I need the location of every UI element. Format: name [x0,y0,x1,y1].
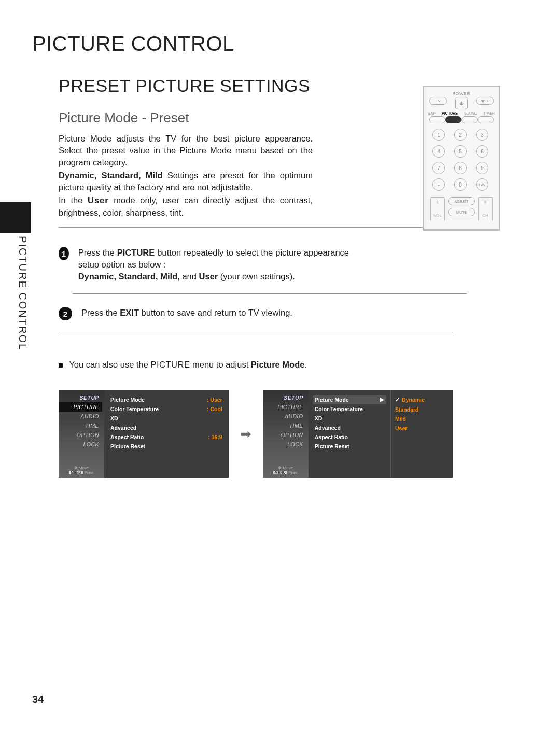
osd-illustrations: SETUP PICTURE AUDIO TIME OPTION LOCK ✥ M… [59,390,453,478]
remote-ch-label: CH [479,213,492,218]
intro-p1: Picture Mode adjusts the TV for the best… [59,134,313,167]
page-number: 34 [32,694,44,706]
remote-sound-button[interactable] [461,116,478,123]
osd-left: SETUP PICTURE AUDIO TIME OPTION LOCK ✥ M… [59,390,229,478]
osd-item-label: Picture Reset [315,443,349,449]
osd-item-label: Color Temperature [110,406,159,412]
osd-left-main: Picture Mode: User Color Temperature: Co… [104,390,229,478]
osd-tab-picture[interactable]: PICTURE [263,402,306,412]
osd-tab-picture[interactable]: PICTURE [59,402,102,412]
osd-item-label: Picture Reset [110,443,145,449]
remote-num-1[interactable]: 1 [432,129,445,141]
remote-adjust-button[interactable]: ADJUST [448,197,475,205]
chevron-right-icon: ▶ [380,397,384,403]
osd-right: SETUP PICTURE AUDIO TIME OPTION LOCK ✥ M… [263,390,453,478]
remote-tv-button[interactable]: TV [429,97,447,105]
tip-c: menu to adjust [190,360,250,369]
osd-item-value: : Cool [204,406,222,412]
osd-item-value: : User [204,397,222,403]
remote-num-5[interactable]: 5 [454,145,467,158]
osd-menu-badge: MENU [69,471,83,474]
osd-item-value [219,425,222,431]
bullet-icon [59,363,63,368]
remote-illustration: POWER TV ⏻ INPUT SAP PICTURE SOUND TIMER… [423,86,500,231]
osd-tab-lock[interactable]: LOCK [59,440,102,449]
step-1: 1 Press the PICTURE button repeatedly to… [59,247,349,283]
divider-dotted [73,293,467,294]
intro-p3a: In the [59,195,88,205]
remote-picture-button[interactable] [445,116,461,123]
osd-item-label: XD [110,415,118,421]
osd-tab-audio[interactable]: AUDIO [59,412,102,421]
osd-tab-option[interactable]: OPTION [59,430,102,440]
step1-line1a: Press the [78,248,117,257]
side-section-label: PICTURE CONTROL [17,236,29,350]
osd-item-label: Picture Mode [110,397,145,403]
remote-sap-label: SAP [428,111,436,115]
remote-num-2[interactable]: 2 [454,129,467,141]
page-title: PICTURE CONTROL [32,32,234,55]
osd-item-label: Picture Mode [315,397,349,403]
divider [59,332,453,332]
remote-vol-label: VOL [431,213,444,218]
osd-item-label: Color Temperature [315,406,363,412]
tip-line: You can also use the PICTURE menu to adj… [59,360,307,370]
section-title: PRESET PICTURE SETTINGS [59,76,310,96]
step-badge-1: 1 [59,247,69,260]
osd-options-panel: ✓Dynamic Standard Mild User [390,390,453,478]
plus-icon: + [479,199,492,206]
subsection-title: Picture Mode - Preset [59,110,189,126]
arrow-right-icon: ➡ [240,426,251,442]
page-margin-tab [0,202,31,233]
osd-item-label: Aspect Ratio [315,434,348,440]
remote-ch-rocker[interactable]: + CH [478,197,493,221]
osd-option[interactable]: Dynamic [402,397,425,403]
osd-option[interactable]: Mild [395,416,406,422]
osd-option[interactable]: Standard [395,406,419,413]
remote-mute-button[interactable]: MUTE [448,208,475,216]
remote-num-6[interactable]: 6 [476,145,488,158]
remote-num-8[interactable]: 8 [454,162,467,174]
osd-left-tabs: SETUP PICTURE AUDIO TIME OPTION LOCK ✥ M… [59,390,104,478]
remote-sound-label: SOUND [464,111,477,115]
osd-right-tabs: SETUP PICTURE AUDIO TIME OPTION LOCK ✥ M… [263,390,309,478]
remote-power-button[interactable]: ⏻ [455,97,468,109]
osd-move-hint: Move [79,466,89,470]
osd-tab-time[interactable]: TIME [263,421,306,430]
osd-tab-audio[interactable]: AUDIO [263,412,306,421]
osd-menu-badge: MENU [273,471,287,474]
remote-fav-button[interactable]: FAV [476,178,488,191]
check-icon: ✓ [395,397,400,403]
plus-icon: + [431,199,444,206]
remote-num-7[interactable]: 7 [432,162,445,174]
osd-tab-option[interactable]: OPTION [263,430,306,440]
remote-num-4[interactable]: 4 [432,145,445,158]
remote-timer-button[interactable] [478,116,494,123]
remote-input-button[interactable]: INPUT [476,97,494,105]
osd-tab-setup[interactable]: SETUP [263,393,306,402]
osd-option[interactable]: User [395,425,407,431]
tip-picture: PICTURE [150,360,190,369]
osd-item-value [219,415,222,421]
osd-item-value [219,443,222,449]
remote-sap-button[interactable] [429,116,445,123]
step-2: 2 Press the EXIT button to save and retu… [59,307,349,320]
osd-prev-hint: Prev. [288,470,298,475]
remote-num-0[interactable]: 0 [454,178,467,191]
step2-a: Press the [81,308,120,317]
step2-c: button to save and return to TV viewing. [139,308,292,317]
osd-tab-setup[interactable]: SETUP [59,393,102,402]
remote-dash[interactable]: - [432,178,445,191]
remote-num-9[interactable]: 9 [476,162,488,174]
tip-e: . [304,360,307,369]
osd-item-label: Advanced [315,425,341,431]
osd-item-value: : 16:9 [205,434,222,440]
osd-tab-time[interactable]: TIME [59,421,102,430]
osd-tab-lock[interactable]: LOCK [263,440,306,449]
osd-right-main: Picture Mode▶ Color Temperature XD Advan… [309,390,390,478]
remote-num-3[interactable]: 3 [476,129,488,141]
step1-user: User [199,272,218,281]
remote-vol-rocker[interactable]: + VOL [430,197,445,221]
intro-paragraphs: Picture Mode adjusts the TV for the best… [59,133,313,220]
remote-timer-label: TIMER [483,111,495,115]
